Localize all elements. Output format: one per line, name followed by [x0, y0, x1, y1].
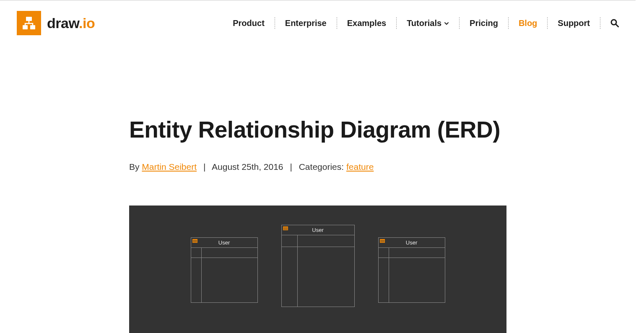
- nav-item-label: Tutorials: [407, 18, 441, 28]
- erd-entity-box: User: [378, 237, 445, 303]
- nav-item-label: Examples: [347, 18, 386, 28]
- categories-label: Categories:: [299, 162, 346, 172]
- nav-item-label: Product: [233, 18, 265, 28]
- site-logo-text: draw.io: [47, 15, 95, 31]
- category-link[interactable]: feature: [346, 162, 374, 172]
- svg-rect-0: [26, 17, 32, 21]
- main-nav: ProductEnterpriseExamplesTutorialsPricin…: [223, 17, 619, 29]
- nav-item-enterprise[interactable]: Enterprise: [275, 18, 337, 28]
- meta-separator: |: [203, 162, 205, 172]
- nav-item-label: Support: [558, 18, 590, 28]
- blog-article: Entity Relationship Diagram (ERD) By Mar…: [129, 115, 506, 333]
- nav-item-tutorials[interactable]: Tutorials: [397, 18, 459, 28]
- search-icon[interactable]: [600, 19, 619, 27]
- nav-item-blog[interactable]: Blog: [509, 18, 547, 28]
- nav-item-label: Enterprise: [285, 18, 327, 28]
- erd-entity-box: User: [281, 225, 355, 307]
- nav-item-product[interactable]: Product: [223, 18, 275, 28]
- article-title: Entity Relationship Diagram (ERD): [129, 115, 506, 144]
- site-logo[interactable]: draw.io: [17, 11, 95, 35]
- svg-line-4: [616, 24, 618, 27]
- meta-separator: |: [290, 162, 292, 172]
- svg-rect-1: [23, 25, 28, 29]
- by-prefix: By: [129, 162, 142, 172]
- article-hero-image: User User User: [129, 206, 506, 333]
- site-header: draw.io ProductEnterpriseExamplesTutoria…: [0, 1, 636, 39]
- nav-item-examples[interactable]: Examples: [337, 18, 396, 28]
- chevron-down-icon: [444, 18, 449, 28]
- nav-item-pricing[interactable]: Pricing: [460, 18, 508, 28]
- nav-item-label: Blog: [519, 18, 537, 28]
- drawio-logo-icon: [17, 11, 41, 35]
- author-link[interactable]: Martin Seibert: [142, 162, 197, 172]
- svg-rect-2: [30, 25, 35, 29]
- erd-entity-box: User: [191, 237, 258, 303]
- article-meta: By Martin Seibert | August 25th, 2016 | …: [129, 162, 506, 172]
- article-date: August 25th, 2016: [212, 162, 283, 172]
- nav-item-support[interactable]: Support: [548, 18, 600, 28]
- nav-item-label: Pricing: [470, 18, 498, 28]
